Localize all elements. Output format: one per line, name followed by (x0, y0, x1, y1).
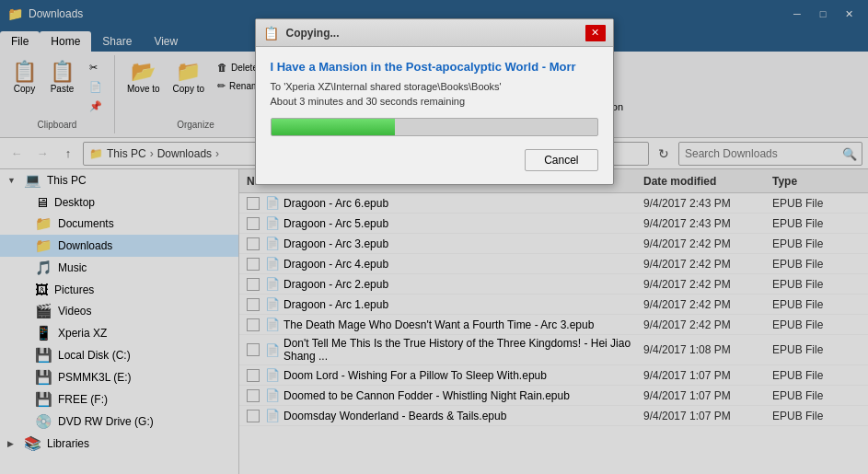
dialog-time-remaining: About 3 minutes and 30 seconds remaining (271, 96, 598, 107)
dialog-close-button[interactable]: ✕ (585, 25, 606, 41)
dialog-destination: To 'Xperia XZ\Internal shared storage\Bo… (271, 81, 598, 92)
dialog-overlay: 📋 Copying... ✕ I Have a Mansion in the P… (0, 0, 868, 474)
dialog-title-icon: 📋 (263, 26, 279, 40)
main-window: 📁 Downloads ─ □ ✕ File Home Share View 📋… (0, 0, 868, 474)
cancel-button[interactable]: Cancel (525, 149, 597, 171)
dialog-actions: Cancel (271, 149, 598, 171)
dialog-body: I Have a Mansion in the Post-apocalyptic… (256, 47, 613, 184)
dialog-filename: I Have a Mansion in the Post-apocalyptic… (271, 60, 598, 74)
progress-bar-fill (272, 119, 396, 135)
dialog-title-bar: 📋 Copying... ✕ (256, 19, 613, 47)
copy-dialog: 📋 Copying... ✕ I Have a Mansion in the P… (255, 18, 614, 185)
dialog-title: Copying... (286, 27, 578, 40)
progress-bar-background (271, 118, 598, 136)
